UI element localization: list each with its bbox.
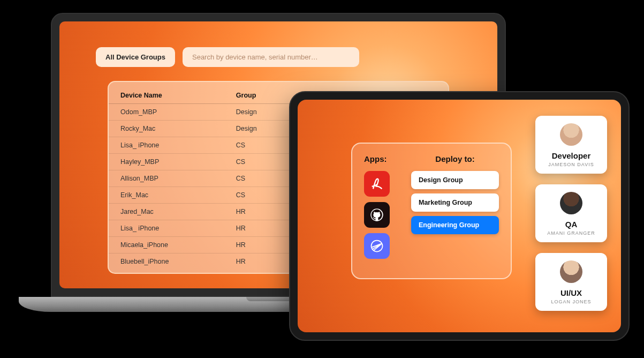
acrobat-icon[interactable] xyxy=(364,171,390,197)
deploy-group-button[interactable]: Design Group xyxy=(411,171,499,189)
cell-name: Lisa_ iPhone xyxy=(120,225,236,232)
avatar xyxy=(560,260,582,283)
avatar xyxy=(560,192,582,214)
apps-deploy-panel: Apps: Deploy to: Design GroupMarketing G… xyxy=(351,143,512,279)
user-name: JAMESON DAVIS xyxy=(548,162,594,167)
search-input[interactable]: Search by device name, serial number… xyxy=(183,47,359,67)
cell-name: Allison_MBP xyxy=(120,175,236,182)
user-role: UI/UX xyxy=(560,288,582,297)
svg-point-1 xyxy=(372,241,383,252)
cell-name: Jared_Mac xyxy=(120,208,236,215)
cell-name: Erik_Mac xyxy=(120,191,236,199)
cell-name: Hayley_MBP xyxy=(120,158,236,166)
apps-column: Apps: xyxy=(364,154,401,264)
user-card[interactable]: UI/UXLOGAN JONES xyxy=(535,253,607,311)
user-name: LOGAN JONES xyxy=(551,299,591,304)
cell-name: Odom_MBP xyxy=(120,108,236,116)
user-role: Developer xyxy=(552,151,591,160)
tablet-frame: Apps: Deploy to: Design GroupMarketing G… xyxy=(289,91,630,341)
cell-name: Bluebell_iPhone xyxy=(120,258,236,265)
cell-name: Rocky_Mac xyxy=(120,125,236,132)
deploy-column: Deploy to: Design GroupMarketing GroupEn… xyxy=(411,154,499,264)
device-groups-dropdown[interactable]: All Device Groups xyxy=(96,47,175,67)
user-name: AMANI GRANGER xyxy=(547,230,595,236)
user-card[interactable]: DeveloperJAMESON DAVIS xyxy=(535,116,607,174)
filter-bar: All Device Groups Search by device name,… xyxy=(96,47,476,67)
user-cards: DeveloperJAMESON DAVISQAAMANI GRANGERUI/… xyxy=(535,116,607,311)
user-card[interactable]: QAAMANI GRANGER xyxy=(535,184,607,242)
apps-heading: Apps: xyxy=(364,154,387,163)
linear-icon[interactable] xyxy=(364,233,390,259)
cell-name: Micaela_iPhone xyxy=(120,241,236,249)
github-icon[interactable] xyxy=(364,202,390,228)
tablet-desktop: Apps: Deploy to: Design GroupMarketing G… xyxy=(298,100,621,332)
avatar xyxy=(560,123,582,146)
deploy-group-button[interactable]: Marketing Group xyxy=(411,193,499,212)
deploy-heading: Deploy to: xyxy=(411,154,499,163)
user-role: QA xyxy=(565,220,578,229)
cell-name: Lisa_ iPhone xyxy=(120,141,236,149)
deploy-group-button[interactable]: Engineering Group xyxy=(411,216,499,234)
col-device-name[interactable]: Device Name xyxy=(120,92,236,99)
